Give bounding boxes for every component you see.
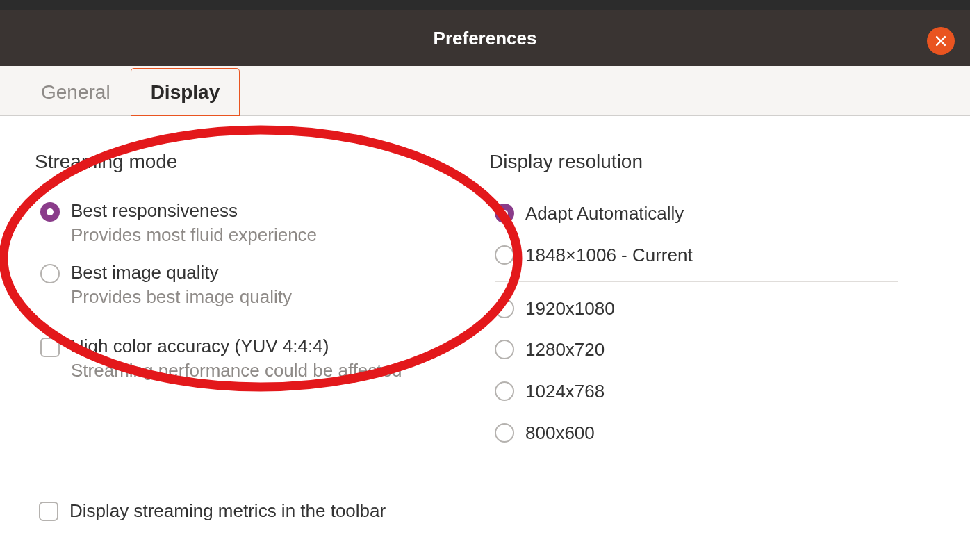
option-label: 800x600	[525, 422, 595, 445]
checkbox-icon	[40, 338, 60, 357]
window-titlebar-strip	[0, 0, 970, 10]
option-label: 1848×1006 - Current	[525, 244, 693, 267]
radio-icon	[495, 423, 514, 443]
option-label: 1920x1080	[525, 297, 615, 321]
radio-icon	[495, 245, 514, 265]
option-text: High color accuracy (YUV 4:4:4) Streamin…	[71, 335, 402, 383]
radio-icon	[495, 381, 514, 401]
tab-display[interactable]: Display	[131, 68, 240, 116]
resolution-option-800x600[interactable]: 800x600	[488, 412, 942, 454]
divider	[495, 281, 898, 282]
resolution-option-current[interactable]: 1848×1006 - Current	[488, 234, 942, 276]
checkbox-icon	[39, 502, 58, 521]
preferences-header: Preferences	[0, 10, 970, 66]
streaming-option-image-quality[interactable]: Best image quality Provides best image q…	[33, 254, 488, 316]
radio-icon	[40, 202, 60, 222]
option-desc: Provides best image quality	[71, 285, 292, 309]
option-label: Best responsiveness	[71, 199, 317, 223]
option-label: High color accuracy (YUV 4:4:4)	[71, 335, 402, 359]
option-text: Best image quality Provides best image q…	[71, 261, 292, 309]
option-text: Best responsiveness Provides most fluid …	[71, 199, 317, 247]
metrics-checkbox-option[interactable]: Display streaming metrics in the toolbar	[39, 500, 386, 522]
streaming-option-responsiveness[interactable]: Best responsiveness Provides most fluid …	[33, 192, 488, 254]
display-resolution-section: Display resolution Adapt Automatically 1…	[488, 151, 942, 454]
preferences-content: Streaming mode Best responsiveness Provi…	[0, 116, 970, 475]
resolution-option-1280x720[interactable]: 1280x720	[488, 329, 942, 370]
streaming-mode-section: Streaming mode Best responsiveness Provi…	[33, 151, 488, 454]
option-label: 1024x768	[525, 380, 605, 404]
option-label: 1280x720	[525, 338, 605, 362]
window-title: Preferences	[434, 28, 537, 49]
resolution-option-1920x1080[interactable]: 1920x1080	[488, 288, 942, 329]
display-resolution-title: Display resolution	[489, 151, 942, 173]
close-icon	[934, 34, 948, 48]
radio-icon	[495, 340, 514, 359]
option-desc: Provides most fluid experience	[71, 223, 317, 247]
resolution-option-1024x768[interactable]: 1024x768	[488, 370, 942, 412]
radio-icon	[40, 264, 60, 283]
tab-bar: General Display	[0, 66, 970, 116]
option-label: Best image quality	[71, 261, 292, 285]
streaming-mode-title: Streaming mode	[35, 151, 488, 173]
divider	[40, 322, 454, 322]
color-accuracy-option[interactable]: High color accuracy (YUV 4:4:4) Streamin…	[33, 328, 488, 390]
radio-icon	[495, 299, 514, 318]
tab-general[interactable]: General	[21, 68, 131, 116]
close-button[interactable]	[927, 27, 955, 55]
resolution-option-adapt-auto[interactable]: Adapt Automatically	[488, 192, 942, 234]
option-label: Adapt Automatically	[525, 202, 684, 226]
radio-icon	[495, 204, 514, 223]
metrics-checkbox-label: Display streaming metrics in the toolbar	[69, 500, 386, 522]
option-desc: Streaming performance could be affected	[71, 359, 402, 383]
